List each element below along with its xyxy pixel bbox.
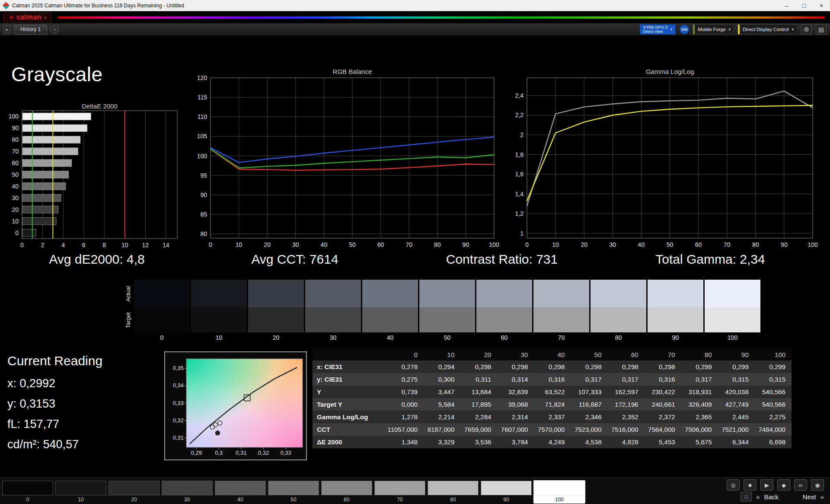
svg-text:0,32: 0,32	[173, 417, 184, 424]
table-row: ΔE 20001,3483,3293,5363,7844,2494,5384,8…	[313, 436, 792, 448]
svg-text:0: 0	[209, 241, 212, 248]
continuous-icon[interactable]: ∞	[794, 479, 807, 491]
stop-icon[interactable]: ■	[744, 479, 757, 491]
next-icon: »	[820, 493, 824, 501]
table-cell: 4,249	[534, 436, 571, 448]
grayscale-swatch: 40	[362, 280, 418, 341]
play-icon[interactable]: ▶	[760, 479, 773, 491]
gear-icon[interactable]: ⚙	[801, 24, 812, 35]
calman-logo-menu[interactable]: ✳ calman ▾	[3, 13, 52, 22]
table-cell: 7564,000	[645, 423, 681, 436]
swatch-target	[191, 307, 247, 332]
grayscale-patch-button[interactable]: 90	[480, 480, 532, 504]
patch-swatch	[55, 481, 106, 495]
svg-text:1,6: 1,6	[515, 171, 524, 178]
table-cell: 107,333	[571, 386, 607, 398]
history-nav-button[interactable]: ›	[50, 25, 59, 34]
grayscale-patch-button[interactable]: 30	[161, 480, 213, 504]
table-cell: 3,329	[424, 436, 460, 448]
meter-count-badge[interactable]: 666	[680, 25, 689, 34]
save-icon[interactable]: ◆	[777, 479, 790, 491]
table-cell: 1,348	[387, 436, 424, 448]
svg-text:100: 100	[197, 153, 208, 159]
minimize-button[interactable]: –	[778, 0, 795, 11]
history-expander-button[interactable]: ▸	[3, 25, 11, 34]
swatch-target	[648, 307, 703, 332]
patch-swatch	[162, 481, 213, 495]
svg-text:85: 85	[200, 211, 207, 218]
table-cell: 39,068	[497, 398, 534, 411]
patch-swatch	[481, 481, 532, 495]
table-cell: 7659,000	[460, 423, 497, 436]
swatch-actual	[648, 280, 703, 307]
table-row: y: CIE310,2750,3000,3110,3140,3160,3170,…	[313, 373, 792, 386]
table-cell: 7521,000	[718, 423, 755, 436]
grayscale-patch-button[interactable]: 0	[2, 480, 54, 504]
meter-dropdown[interactable]: X-Rite i1Pro 3Direct View ▾	[640, 24, 676, 35]
calman-app-window: Calman 2025 Calman Ultimate for Business…	[0, 0, 830, 504]
reading-cdm2: cd/m²: 540,57	[7, 438, 79, 451]
svg-text:40: 40	[12, 183, 19, 190]
swatch-label: 90	[648, 334, 703, 341]
table-col-header: 10	[424, 348, 460, 360]
svg-text:80: 80	[200, 230, 207, 237]
table-cell: 2,314	[497, 411, 534, 423]
table-cell: 0,739	[387, 386, 424, 398]
window-title: Calman 2025 Calman Ultimate for Business…	[12, 3, 184, 9]
grayscale-patch-button[interactable]: 10	[55, 480, 107, 504]
next-button[interactable]: Next	[803, 493, 816, 501]
grayscale-swatch: 0	[134, 280, 190, 341]
display-control-dropdown[interactable]: Direct Display Control ▾	[738, 24, 797, 35]
table-row-label: ΔE 2000	[313, 436, 387, 448]
panel-icon[interactable]: ▤	[816, 24, 827, 35]
grayscale-patch-button[interactable]: 50	[268, 480, 319, 504]
table-cell: 0,317	[571, 373, 607, 386]
svg-text:110: 110	[198, 113, 208, 120]
swatch-actual	[591, 280, 646, 307]
deltae-bar-chart: 100908070605040302010002468101214	[0, 106, 190, 253]
grayscale-patch-button[interactable]: 40	[214, 480, 266, 504]
table-cell: 0,314	[497, 373, 534, 386]
grayscale-patch-button[interactable]: 70	[374, 480, 426, 504]
patch-label: 50	[268, 496, 319, 503]
grayscale-data-table: 0102030405060708090100 x: CIE310,2780,29…	[313, 348, 792, 448]
swatch-row-label-actual: Actual	[124, 281, 131, 307]
table-row: Y0,7393,44713,68432,83963,522107,333162,…	[313, 386, 792, 398]
table-row-label: Y	[313, 386, 387, 398]
svg-text:80: 80	[12, 136, 19, 143]
grayscale-patch-button[interactable]: 20	[108, 480, 160, 504]
table-cell: 0,298	[460, 360, 497, 373]
svg-text:12: 12	[142, 242, 149, 249]
capture-icon[interactable]: ◎	[727, 479, 740, 491]
table-row: Target Y0,0005,58417,89539,06871,824116,…	[313, 398, 792, 411]
rainbow-divider	[58, 16, 825, 19]
table-cell: 0,316	[645, 373, 681, 386]
patch-label: 80	[428, 496, 479, 503]
patch-swatch	[374, 481, 425, 495]
logo-bar: ✳ calman ▾	[0, 11, 830, 23]
back-button[interactable]: Back	[764, 493, 778, 501]
cie-overlay: 0,350,340,330,320,310,290,30,310,320,33	[165, 352, 308, 461]
swatch-label: 20	[248, 334, 304, 341]
svg-text:0: 0	[525, 241, 529, 248]
source-dropdown[interactable]: Mobile Forge ▾	[693, 24, 734, 35]
maximize-button[interactable]: □	[795, 0, 813, 11]
svg-text:95: 95	[200, 172, 207, 179]
tab-history-1[interactable]: History 1	[14, 25, 47, 35]
table-cell: 7607,000	[497, 423, 534, 436]
pattern-window-button[interactable]: □	[741, 492, 752, 501]
stat-avg-cct: Avg CCT: 7614	[251, 252, 338, 267]
svg-text:50: 50	[349, 241, 356, 248]
chevron-down-icon: ▾	[792, 27, 794, 32]
close-button[interactable]: ×	[813, 0, 830, 11]
table-cell: 11057,000	[387, 423, 424, 436]
power-icon[interactable]: ◉	[811, 479, 824, 491]
svg-text:90: 90	[12, 124, 19, 131]
grayscale-patch-button[interactable]: 100	[533, 480, 585, 504]
grayscale-patch-button[interactable]: 80	[427, 480, 479, 504]
grayscale-swatch-strip: 0102030405060708090100	[134, 280, 760, 341]
grayscale-patch-button[interactable]: 60	[321, 480, 373, 504]
table-cell: 3,784	[497, 436, 534, 448]
table-cell: 2,337	[534, 411, 571, 423]
toolbar-right-group: X-Rite i1Pro 3Direct View ▾ 666 Mobile F…	[640, 24, 827, 35]
